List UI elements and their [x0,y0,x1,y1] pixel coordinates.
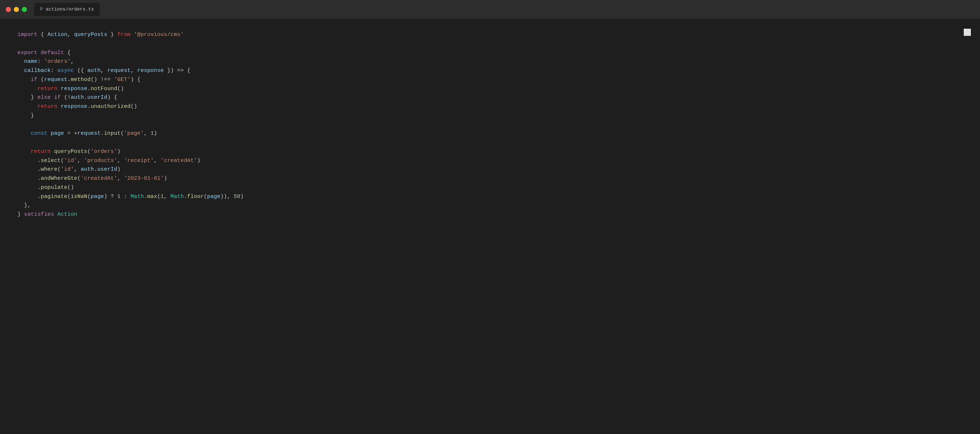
token: ) ? [104,193,118,200]
token: . [144,193,147,200]
token: notFound [91,86,117,92]
token: Math [170,193,184,200]
token: Action [47,32,67,38]
minimize-button[interactable] [14,7,19,12]
token: . [101,130,104,136]
token: . [87,86,91,92]
token: , [78,158,84,164]
token [18,149,31,155]
close-button[interactable] [6,7,11,12]
token: unauthorized [91,103,130,110]
token: = + [64,130,78,136]
token: ) { [107,94,117,101]
token: ( [121,130,124,136]
token: . [184,193,187,200]
token: ( [204,193,207,200]
token: } [18,112,34,119]
token: 1 [161,193,164,200]
token: where [41,166,57,173]
token: , [118,158,124,164]
file-tab[interactable]: P actions/orders.ts [34,3,100,16]
token: 50 [234,193,240,200]
token: } [18,94,37,101]
token: 1 [151,130,154,136]
token: . [18,193,41,200]
token: response [137,68,164,74]
token: response [61,86,87,92]
token: 'receipt' [124,158,154,164]
token [57,103,61,110]
token: ( [37,77,44,83]
token [18,86,37,92]
token: () [67,184,74,191]
expand-icon[interactable]: ⬜ [963,28,971,38]
token: ( [61,158,64,164]
token: ) { [130,77,140,83]
token: } [18,211,24,217]
token: 'createdAt' [81,176,118,182]
token: userId [87,94,107,101]
traffic-lights [6,7,27,12]
tab-filename: actions/orders.ts [46,6,94,13]
token [54,211,57,217]
token: (! [61,94,70,101]
token: . [18,176,41,182]
token: 1 [118,193,121,200]
token: () !== [91,77,114,83]
token: paginate [41,193,67,200]
token: () [130,103,137,110]
token: 'orders' [91,149,117,155]
token [130,32,134,38]
token: if [31,77,37,83]
token: name [24,59,37,65]
token: . [18,158,41,164]
token: andWhereGte [41,176,78,182]
token: page [51,130,64,136]
token: return [31,149,51,155]
token: )), [220,193,234,200]
token: () [118,86,124,92]
token [57,86,61,92]
token: max [147,193,157,200]
token: return [37,86,57,92]
token: , [101,68,107,74]
token: , [164,193,170,200]
titlebar: P actions/orders.ts [0,0,980,19]
token: '2023-01-01' [124,176,164,182]
token: Action [57,211,78,217]
token: ) [240,193,243,200]
token: , [144,130,151,136]
token: 'id' [64,158,78,164]
token: response [61,103,87,110]
token: userId [97,166,118,173]
code-editor[interactable]: import { Action, queryPosts } from '@pru… [0,19,980,434]
token: request [44,77,67,83]
token: ) [164,176,167,182]
token: queryPosts [54,149,88,155]
token: ( [87,193,91,200]
token: import [18,32,37,38]
token: : [51,68,57,74]
token: , [70,59,74,65]
token: , [154,158,160,164]
token: callback [24,68,51,74]
token: 'GET' [114,77,130,83]
token: select [41,158,61,164]
token: 'orders' [44,59,70,65]
token: }, [18,202,31,209]
token: queryPosts [74,32,108,38]
token: return [37,103,57,110]
token [18,59,24,65]
token: . [94,166,97,173]
token: input [104,130,121,136]
token: { [37,32,47,38]
token: } [107,32,117,38]
token: request [78,130,101,136]
token: ({ [74,68,88,74]
token: 'products' [84,158,118,164]
token: : [37,59,44,65]
token: ) [154,130,157,136]
maximize-button[interactable] [22,7,27,12]
token: ) [197,158,200,164]
token [18,77,31,83]
